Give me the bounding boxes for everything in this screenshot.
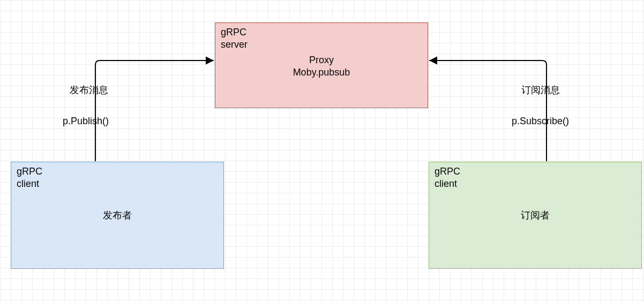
publisher-node: gRPC client 发布者 — [11, 162, 224, 269]
subscriber-edge-method-label: p.Subscribe() — [512, 116, 569, 127]
publisher-edge-action-label: 发布消息 — [70, 84, 108, 96]
subscriber-edge-action-label: 订阅消息 — [521, 84, 560, 96]
diagram-canvas: gRPC server Proxy Moby.pubsub gRPC clien… — [0, 0, 644, 302]
edge-subscriber-to-server — [429, 61, 546, 161]
proxy-server-node: gRPC server Proxy Moby.pubsub — [215, 22, 428, 108]
subscriber-role-label: gRPC client — [435, 165, 460, 190]
subscriber-node: gRPC client 订阅者 — [429, 162, 642, 269]
publisher-title-label: 发布者 — [11, 209, 223, 222]
publisher-role-label: gRPC client — [17, 165, 42, 190]
server-role-label: gRPC server — [221, 26, 248, 50]
edge-publisher-to-server — [95, 61, 214, 161]
server-title-label: Proxy Moby.pubsub — [215, 54, 428, 79]
subscriber-title-label: 订阅者 — [429, 209, 641, 222]
publisher-edge-method-label: p.Publish() — [63, 116, 109, 127]
